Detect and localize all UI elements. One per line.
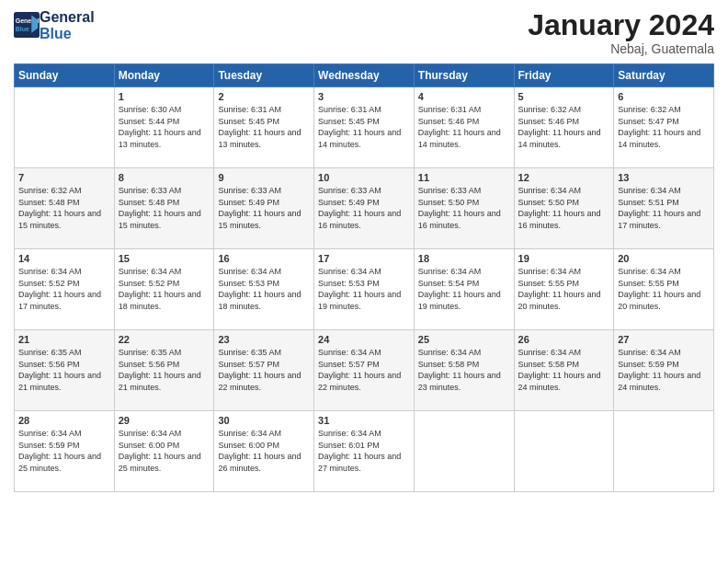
day-number: 21 <box>18 334 110 345</box>
cell-w3-d4: 18Sunrise: 6:34 AMSunset: 5:54 PMDayligh… <box>414 249 514 330</box>
cell-w2-d3: 10Sunrise: 6:33 AMSunset: 5:49 PMDayligh… <box>314 168 415 249</box>
location: Nebaj, Guatemala <box>528 41 714 56</box>
cell-w5-d4 <box>414 411 514 492</box>
sunrise-label: Sunrise: 6:34 AM <box>218 429 281 438</box>
month-title: January 2024 <box>528 9 714 41</box>
daylight-label: Daylight: 11 hours and 14 minutes. <box>318 128 401 149</box>
cell-info: Sunrise: 6:34 AMSunset: 5:55 PMDaylight:… <box>518 266 610 312</box>
daylight-label: Daylight: 11 hours and 18 minutes. <box>119 290 201 311</box>
daylight-label: Daylight: 11 hours and 20 minutes. <box>518 290 601 311</box>
day-number: 17 <box>318 253 410 264</box>
sunrise-label: Sunrise: 6:34 AM <box>318 429 381 438</box>
header-tuesday: Tuesday <box>214 64 314 87</box>
title-block: January 2024 Nebaj, Guatemala <box>528 9 714 56</box>
cell-info: Sunrise: 6:34 AMSunset: 5:59 PMDaylight:… <box>618 347 710 393</box>
day-number: 10 <box>318 172 410 183</box>
sunrise-label: Sunrise: 6:34 AM <box>119 267 182 276</box>
cell-info: Sunrise: 6:35 AMSunset: 5:56 PMDaylight:… <box>18 347 110 393</box>
header: General Blue General Blue January 2024 N… <box>14 9 714 56</box>
sunrise-label: Sunrise: 6:32 AM <box>518 105 582 114</box>
weekday-header-row: Sunday Monday Tuesday Wednesday Thursday… <box>15 64 714 87</box>
cell-info: Sunrise: 6:34 AMSunset: 6:00 PMDaylight:… <box>119 428 210 474</box>
daylight-label: Daylight: 11 hours and 25 minutes. <box>18 452 101 473</box>
daylight-label: Daylight: 11 hours and 26 minutes. <box>218 452 301 473</box>
daylight-label: Daylight: 11 hours and 22 minutes. <box>318 371 401 392</box>
sunset-label: Sunset: 5:44 PM <box>119 117 180 126</box>
day-number: 4 <box>418 91 510 102</box>
sunset-label: Sunset: 5:58 PM <box>418 360 480 369</box>
daylight-label: Daylight: 11 hours and 19 minutes. <box>318 290 401 311</box>
sunrise-label: Sunrise: 6:34 AM <box>618 267 681 276</box>
header-saturday: Saturday <box>614 64 714 87</box>
day-number: 15 <box>119 253 210 264</box>
sunrise-label: Sunrise: 6:31 AM <box>418 105 482 114</box>
cell-info: Sunrise: 6:34 AMSunset: 5:53 PMDaylight:… <box>218 266 310 312</box>
cell-w4-d3: 24Sunrise: 6:34 AMSunset: 5:57 PMDayligh… <box>314 330 415 411</box>
sunrise-label: Sunrise: 6:34 AM <box>318 267 381 276</box>
cell-w4-d6: 27Sunrise: 6:34 AMSunset: 5:59 PMDayligh… <box>614 330 714 411</box>
cell-w1-d5: 5Sunrise: 6:32 AMSunset: 5:46 PMDaylight… <box>514 87 614 168</box>
cell-w2-d6: 13Sunrise: 6:34 AMSunset: 5:51 PMDayligh… <box>614 168 714 249</box>
cell-info: Sunrise: 6:33 AMSunset: 5:50 PMDaylight:… <box>418 185 510 231</box>
cell-info: Sunrise: 6:34 AMSunset: 5:55 PMDaylight:… <box>618 266 710 312</box>
sunrise-label: Sunrise: 6:31 AM <box>318 105 381 114</box>
daylight-label: Daylight: 11 hours and 14 minutes. <box>418 128 501 149</box>
day-number: 25 <box>418 334 510 345</box>
cell-w4-d1: 22Sunrise: 6:35 AMSunset: 5:56 PMDayligh… <box>114 330 214 411</box>
day-number: 1 <box>119 91 210 102</box>
sunset-label: Sunset: 5:47 PM <box>618 117 679 126</box>
cell-info: Sunrise: 6:34 AMSunset: 5:52 PMDaylight:… <box>18 266 110 312</box>
header-friday: Friday <box>514 64 614 87</box>
logo-line1: General <box>40 9 95 26</box>
header-monday: Monday <box>114 64 214 87</box>
cell-info: Sunrise: 6:32 AMSunset: 5:46 PMDaylight:… <box>518 104 610 150</box>
daylight-label: Daylight: 11 hours and 23 minutes. <box>418 371 501 392</box>
logo: General Blue General Blue <box>14 9 95 41</box>
cell-w4-d5: 26Sunrise: 6:34 AMSunset: 5:58 PMDayligh… <box>514 330 614 411</box>
daylight-label: Daylight: 11 hours and 15 minutes. <box>18 209 101 230</box>
day-number: 20 <box>618 253 710 264</box>
sunset-label: Sunset: 5:57 PM <box>218 360 279 369</box>
daylight-label: Daylight: 11 hours and 15 minutes. <box>119 209 201 230</box>
day-number: 19 <box>518 253 610 264</box>
daylight-label: Daylight: 11 hours and 18 minutes. <box>218 290 301 311</box>
sunset-label: Sunset: 5:46 PM <box>518 117 580 126</box>
daylight-label: Daylight: 11 hours and 27 minutes. <box>318 452 401 473</box>
sunrise-label: Sunrise: 6:34 AM <box>18 267 82 276</box>
cell-w2-d5: 12Sunrise: 6:34 AMSunset: 5:50 PMDayligh… <box>514 168 614 249</box>
sunrise-label: Sunrise: 6:34 AM <box>618 348 681 357</box>
sunrise-label: Sunrise: 6:33 AM <box>218 186 281 195</box>
daylight-label: Daylight: 11 hours and 20 minutes. <box>618 290 700 311</box>
cell-w3-d6: 20Sunrise: 6:34 AMSunset: 5:55 PMDayligh… <box>614 249 714 330</box>
cell-info: Sunrise: 6:32 AMSunset: 5:47 PMDaylight:… <box>618 104 710 150</box>
sunset-label: Sunset: 5:51 PM <box>618 198 679 207</box>
cell-w3-d5: 19Sunrise: 6:34 AMSunset: 5:55 PMDayligh… <box>514 249 614 330</box>
daylight-label: Daylight: 11 hours and 21 minutes. <box>119 371 201 392</box>
cell-info: Sunrise: 6:34 AMSunset: 5:50 PMDaylight:… <box>518 185 610 231</box>
sunrise-label: Sunrise: 6:33 AM <box>119 186 182 195</box>
day-number: 8 <box>119 172 210 183</box>
header-wednesday: Wednesday <box>314 64 415 87</box>
sunrise-label: Sunrise: 6:34 AM <box>18 429 82 438</box>
cell-w4-d0: 21Sunrise: 6:35 AMSunset: 5:56 PMDayligh… <box>15 330 115 411</box>
sunset-label: Sunset: 5:59 PM <box>18 441 80 450</box>
week-row-5: 28Sunrise: 6:34 AMSunset: 5:59 PMDayligh… <box>15 411 714 492</box>
cell-w1-d3: 3Sunrise: 6:31 AMSunset: 5:45 PMDaylight… <box>314 87 415 168</box>
cell-w1-d2: 2Sunrise: 6:31 AMSunset: 5:45 PMDaylight… <box>214 87 314 168</box>
sunset-label: Sunset: 5:58 PM <box>518 360 580 369</box>
daylight-label: Daylight: 11 hours and 14 minutes. <box>518 128 601 149</box>
cell-w3-d3: 17Sunrise: 6:34 AMSunset: 5:53 PMDayligh… <box>314 249 415 330</box>
cell-info: Sunrise: 6:31 AMSunset: 5:45 PMDaylight:… <box>318 104 410 150</box>
sunset-label: Sunset: 5:48 PM <box>18 198 80 207</box>
cell-info: Sunrise: 6:30 AMSunset: 5:44 PMDaylight:… <box>119 104 210 150</box>
sunset-label: Sunset: 6:00 PM <box>218 441 279 450</box>
day-number: 5 <box>518 91 610 102</box>
cell-w1-d6: 6Sunrise: 6:32 AMSunset: 5:47 PMDaylight… <box>614 87 714 168</box>
daylight-label: Daylight: 11 hours and 17 minutes. <box>18 290 101 311</box>
cell-w3-d2: 16Sunrise: 6:34 AMSunset: 5:53 PMDayligh… <box>214 249 314 330</box>
cell-info: Sunrise: 6:31 AMSunset: 5:46 PMDaylight:… <box>418 104 510 150</box>
sunset-label: Sunset: 5:50 PM <box>518 198 580 207</box>
cell-w3-d1: 15Sunrise: 6:34 AMSunset: 5:52 PMDayligh… <box>114 249 214 330</box>
cell-w4-d2: 23Sunrise: 6:35 AMSunset: 5:57 PMDayligh… <box>214 330 314 411</box>
day-number: 29 <box>119 415 210 426</box>
